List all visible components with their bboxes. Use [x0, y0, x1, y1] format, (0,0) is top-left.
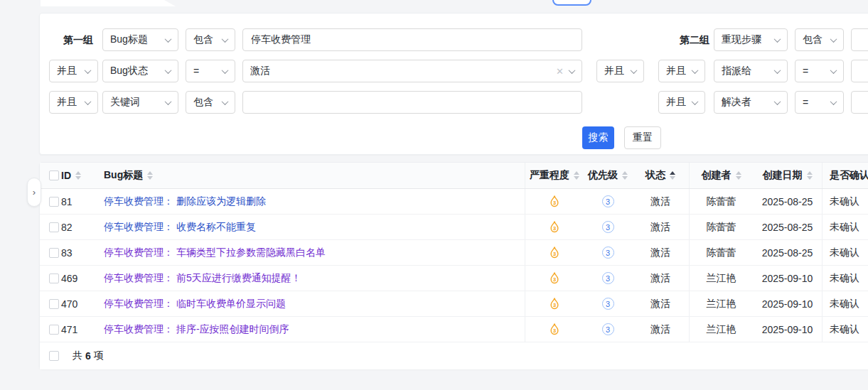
row-checkbox[interactable]: [49, 197, 59, 207]
row-checkbox[interactable]: [49, 325, 59, 335]
assigned-to-value-input[interactable]: [851, 60, 868, 82]
sort-icon[interactable]: [622, 171, 628, 180]
table-footer-row: 共 6 项: [40, 342, 868, 369]
op-select-contains-3[interactable]: 包含: [186, 91, 235, 114]
browser-tab-stub[interactable]: [41, 0, 176, 6]
table-row: 81 停车收费管理： 删除应该为逻辑删除 3 3 激活 陈蕾蕾 2025-08-…: [40, 189, 868, 215]
repro-steps-value-input[interactable]: [851, 28, 868, 51]
field-select-assigned-to[interactable]: 指派给: [714, 60, 788, 82]
chevron-down-icon: [774, 98, 781, 105]
status-text: 激活: [650, 272, 670, 285]
op-select-contains-2[interactable]: 包含: [795, 28, 844, 51]
created-date: 2025-08-25: [762, 222, 813, 233]
chevron-down-icon: [830, 36, 837, 43]
chevron-down-icon: [222, 98, 229, 105]
column-header-created[interactable]: 创建日期: [753, 163, 822, 188]
status-text: 激活: [650, 195, 670, 208]
select-all-checkbox[interactable]: [49, 170, 59, 180]
creator-name: 陈蕾蕾: [707, 195, 736, 208]
group-connector-select[interactable]: 并且: [596, 60, 644, 82]
bug-table-panel: ID Bug标题 严重程度 优先级 状态 创建者: [39, 162, 868, 369]
field-select-resolver[interactable]: 解决者: [714, 91, 788, 114]
clear-icon[interactable]: ✕: [556, 67, 564, 76]
creator-name: 陈蕾蕾: [707, 247, 736, 259]
sidebar-expand-handle[interactable]: ›: [27, 178, 41, 207]
sort-icon[interactable]: [75, 171, 81, 180]
priority-badge: 3: [602, 195, 614, 207]
sort-icon[interactable]: [574, 171, 579, 180]
chevron-down-icon: [830, 67, 837, 74]
conj-select-and-right-2[interactable]: 并且: [658, 60, 705, 82]
chevron-down-icon: [774, 67, 781, 74]
severity-flame-icon: 3: [547, 195, 562, 209]
confirmed-text: 未确认: [830, 247, 859, 259]
sort-icon[interactable]: [807, 171, 813, 180]
footer-checkbox[interactable]: [49, 351, 59, 361]
column-header-id[interactable]: ID: [61, 163, 104, 188]
table-row: 82 停车收费管理： 收费名称不能重复 3 3 激活 陈蕾蕾 2025-08-2…: [40, 215, 868, 240]
row-checkbox[interactable]: [49, 222, 59, 232]
bug-id: 81: [61, 196, 73, 207]
field-select-keyword[interactable]: 关键词: [102, 91, 178, 114]
column-header-severity[interactable]: 严重程度: [525, 163, 584, 188]
chevron-down-icon: [85, 98, 92, 105]
status-text: 激活: [650, 247, 670, 259]
chevron-down-icon: [222, 67, 229, 74]
status-text: 激活: [650, 221, 670, 234]
bug-title-link[interactable]: 停车收费管理： 车辆类型下拉参数需隐藏黑白名单: [104, 247, 326, 259]
bug-title-link[interactable]: 停车收费管理： 排序-应按照创建时间倒序: [104, 323, 289, 336]
table-row: 471 停车收费管理： 排序-应按照创建时间倒序 3 3 激活 兰江艳 2025…: [40, 317, 868, 342]
bug-title-link[interactable]: 停车收费管理： 前5天应进行缴费通知提醒！: [104, 272, 301, 285]
group2-label: 第二组: [650, 28, 709, 51]
bug-id: 471: [61, 324, 77, 335]
table-row: 83 停车收费管理： 车辆类型下拉参数需隐藏黑白名单 3 3 激活 陈蕾蕾 20…: [40, 240, 868, 266]
column-header-status[interactable]: 状态: [632, 163, 689, 188]
confirmed-text: 未确认: [830, 221, 859, 234]
group1-label: 第一组: [47, 28, 93, 51]
conj-select-and-left-3[interactable]: 并且: [49, 91, 98, 114]
chevron-down-icon: [774, 36, 781, 43]
severity-flame-icon: 3: [547, 246, 562, 260]
creator-name: 陈蕾蕾: [707, 221, 736, 234]
chevron-down-icon: [165, 67, 172, 74]
severity-flame-icon: 3: [547, 271, 562, 286]
row-checkbox[interactable]: [49, 248, 59, 258]
field-select-bug-title[interactable]: Bug标题: [102, 28, 178, 51]
reset-button[interactable]: 重置: [624, 126, 661, 149]
bug-title-link[interactable]: 停车收费管理： 收费名称不能重复: [104, 221, 256, 234]
sort-icon-active[interactable]: [670, 171, 675, 180]
search-panel: 第一组 Bug标题 包含 第二组 重现步骤 包含 并且 Bug状态: [39, 13, 868, 155]
column-header-priority[interactable]: 优先级: [584, 163, 632, 188]
column-header-title[interactable]: Bug标题: [104, 163, 525, 188]
row-checkbox[interactable]: [49, 273, 59, 283]
confirmed-text: 未确认: [830, 195, 859, 208]
confirmed-text: 未确认: [830, 323, 859, 336]
op-select-equals-3[interactable]: =: [795, 91, 844, 114]
bug-status-value-select[interactable]: 激活 ✕: [242, 60, 582, 82]
op-select-equals-1[interactable]: =: [186, 60, 235, 82]
op-select-equals-2[interactable]: =: [795, 60, 844, 82]
column-header-confirmed[interactable]: 是否确认: [822, 163, 868, 188]
column-header-creator[interactable]: 创建者: [689, 163, 753, 188]
top-pill-button[interactable]: [552, 0, 591, 6]
field-select-bug-status[interactable]: Bug状态: [102, 60, 178, 82]
priority-badge: 3: [602, 323, 614, 335]
bug-title-link[interactable]: 停车收费管理： 删除应该为逻辑删除: [104, 195, 266, 208]
field-select-repro-steps[interactable]: 重现步骤: [714, 28, 788, 51]
sort-icon[interactable]: [736, 171, 741, 180]
conj-select-and-left-2[interactable]: 并且: [49, 60, 98, 82]
row-checkbox[interactable]: [49, 299, 59, 309]
op-select-contains-1[interactable]: 包含: [186, 28, 235, 51]
bug-title-link[interactable]: 停车收费管理： 临时车收费单价显示问题: [104, 298, 286, 310]
sort-icon[interactable]: [147, 171, 153, 180]
creator-name: 兰江艳: [707, 323, 736, 336]
chevron-down-icon: [85, 67, 92, 74]
bug-title-value-input[interactable]: [242, 28, 582, 51]
keyword-value-input[interactable]: [242, 91, 582, 114]
created-date: 2025-08-25: [762, 247, 813, 259]
conj-select-and-right-3[interactable]: 并且: [658, 91, 705, 114]
table-header-row: ID Bug标题 严重程度 优先级 状态 创建者: [40, 163, 868, 189]
search-button[interactable]: 搜索: [582, 126, 614, 149]
resolver-value-input[interactable]: [851, 91, 868, 114]
table-row: 469 停车收费管理： 前5天应进行缴费通知提醒！ 3 3 激活 兰江艳 202…: [40, 266, 868, 291]
